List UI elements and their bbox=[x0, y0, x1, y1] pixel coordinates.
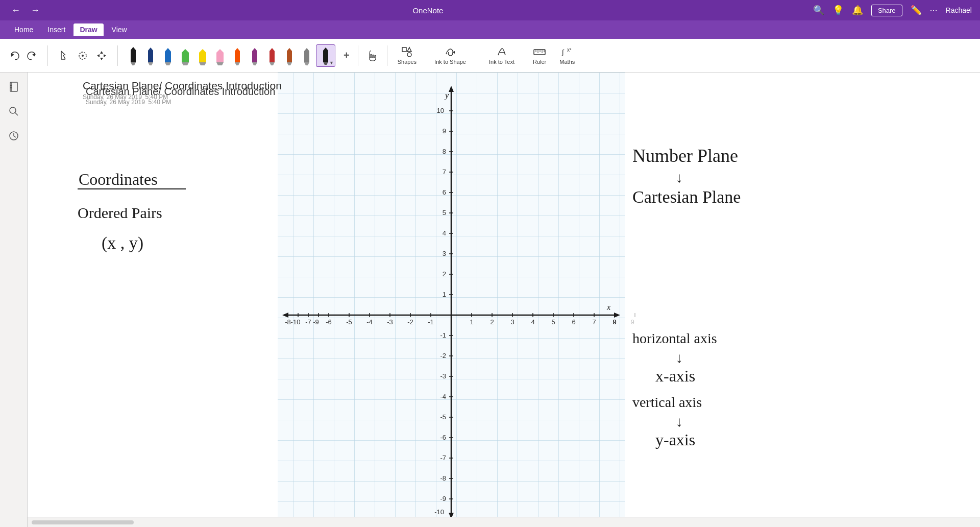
svg-text:7: 7 bbox=[443, 168, 446, 176]
svg-point-37 bbox=[407, 53, 411, 57]
pen-icon[interactable]: ✏️ bbox=[911, 5, 922, 16]
menu-home[interactable]: Home bbox=[8, 23, 39, 36]
svg-text:∫: ∫ bbox=[561, 48, 565, 56]
svg-text:9: 9 bbox=[612, 318, 616, 326]
titlebar: ← → OneNote 🔍 💡 🔔 Share ✏️ ··· Rachael bbox=[0, 0, 980, 20]
sidebar-history[interactable] bbox=[5, 127, 23, 145]
scrollbar-bottom[interactable] bbox=[28, 517, 980, 527]
pen-gray[interactable] bbox=[299, 44, 315, 67]
svg-marker-10 bbox=[97, 54, 100, 57]
pen-green[interactable] bbox=[177, 44, 193, 67]
ruler-button[interactable]: Ruler bbox=[528, 44, 551, 67]
svg-text:-7: -7 bbox=[305, 318, 311, 326]
svg-text:6: 6 bbox=[572, 318, 575, 326]
svg-text:-4: -4 bbox=[440, 393, 446, 400]
svg-text:9: 9 bbox=[443, 127, 446, 135]
svg-text:-2: -2 bbox=[440, 352, 446, 360]
pen-purple[interactable] bbox=[247, 44, 263, 67]
svg-text:-6: -6 bbox=[440, 434, 446, 441]
menubar: Home Insert Draw View bbox=[0, 20, 980, 39]
svg-text:1: 1 bbox=[443, 291, 446, 298]
svg-text:1: 1 bbox=[470, 318, 473, 326]
cartesian-plane-text: Cartesian Plane bbox=[632, 187, 741, 206]
search-icon[interactable]: 🔍 bbox=[813, 5, 824, 16]
svg-text:-8: -8 bbox=[440, 474, 446, 482]
note-canvas: Cartesian Plane/ Coordinates Introductio… bbox=[28, 73, 980, 527]
forward-button[interactable]: → bbox=[28, 4, 43, 17]
pen-blue-2[interactable] bbox=[160, 44, 176, 67]
pen-brown[interactable] bbox=[281, 44, 298, 67]
undo-redo-group bbox=[4, 49, 42, 63]
svg-text:8: 8 bbox=[443, 148, 446, 155]
maths-button[interactable]: ∫ x² Maths bbox=[554, 44, 580, 67]
pen-yellow[interactable] bbox=[194, 44, 211, 67]
svg-marker-32 bbox=[304, 48, 309, 62]
notifications-icon[interactable]: 🔔 bbox=[852, 5, 863, 16]
svg-text:3: 3 bbox=[510, 318, 514, 326]
touch-button[interactable] bbox=[363, 47, 382, 64]
svg-text:-7: -7 bbox=[440, 454, 446, 462]
move-button[interactable] bbox=[93, 48, 110, 63]
svg-line-3 bbox=[61, 51, 65, 55]
svg-text:-1: -1 bbox=[440, 331, 446, 339]
xy-text: (x , y) bbox=[102, 233, 143, 253]
svg-text:3: 3 bbox=[443, 250, 446, 257]
menu-draw[interactable]: Draw bbox=[74, 23, 103, 36]
svg-marker-13 bbox=[131, 62, 136, 65]
scrollbar-thumb[interactable] bbox=[32, 520, 134, 524]
svg-point-53 bbox=[10, 107, 16, 113]
undo-button[interactable] bbox=[6, 49, 22, 63]
menu-insert[interactable]: Insert bbox=[41, 23, 71, 36]
svg-text:4: 4 bbox=[531, 318, 534, 326]
arrow-down-2: ↓ bbox=[676, 350, 683, 366]
sidebar-search[interactable] bbox=[5, 102, 23, 121]
pen-black-selected[interactable]: ▼ bbox=[316, 44, 335, 67]
svg-marker-33 bbox=[304, 62, 309, 65]
ink-to-shape-button[interactable]: Ink to Shape bbox=[425, 44, 476, 67]
pen-dark-blue[interactable] bbox=[142, 44, 159, 67]
svg-rect-41 bbox=[534, 50, 545, 55]
shapes-button[interactable]: Shapes bbox=[393, 44, 422, 67]
sidebar-notebooks[interactable] bbox=[5, 78, 23, 96]
share-button[interactable]: Share bbox=[871, 5, 902, 16]
menu-view[interactable]: View bbox=[106, 23, 133, 36]
left-sidebar bbox=[0, 73, 28, 527]
ink-to-text-button[interactable]: Ink to Text bbox=[479, 44, 525, 67]
svg-marker-30 bbox=[287, 48, 292, 62]
svg-marker-9 bbox=[100, 58, 103, 60]
pen-orange[interactable] bbox=[229, 44, 246, 67]
svg-marker-12 bbox=[131, 47, 136, 62]
user-name: Rachael bbox=[946, 6, 972, 14]
svg-rect-52 bbox=[10, 87, 12, 88]
svg-marker-11 bbox=[104, 54, 106, 57]
svg-marker-23 bbox=[216, 62, 224, 65]
add-pen-button[interactable]: + bbox=[340, 47, 353, 63]
svg-text:-3: -3 bbox=[387, 318, 393, 326]
ordered-pairs-text: Ordered Pairs bbox=[78, 204, 162, 221]
svg-marker-25 bbox=[235, 62, 240, 65]
svg-rect-51 bbox=[10, 85, 12, 86]
svg-point-7 bbox=[82, 55, 84, 57]
nav-arrows: ← → bbox=[8, 4, 43, 17]
main-area: Cartesian Plane/ Coordinates Introductio… bbox=[0, 73, 980, 527]
back-button[interactable]: ← bbox=[8, 4, 23, 17]
lasso-button[interactable] bbox=[74, 48, 91, 63]
insights-icon[interactable]: 💡 bbox=[832, 5, 844, 16]
svg-text:x²: x² bbox=[567, 47, 572, 53]
page-header: Cartesian Plane/ Coordinates Introductio… bbox=[58, 79, 275, 106]
svg-text:-1: -1 bbox=[428, 318, 434, 326]
coordinates-text: Coordinates bbox=[79, 170, 158, 188]
more-icon[interactable]: ··· bbox=[930, 5, 938, 16]
select-button[interactable] bbox=[55, 48, 72, 63]
x-axis-text: x-axis bbox=[655, 367, 695, 385]
redo-button[interactable] bbox=[24, 49, 40, 63]
app-title: OneNote bbox=[412, 6, 443, 15]
pen-red[interactable] bbox=[264, 44, 280, 67]
svg-marker-8 bbox=[100, 51, 103, 54]
page-title: Cartesian Plane/ Coordinates Introductio… bbox=[86, 86, 275, 98]
pen-black[interactable] bbox=[125, 44, 141, 67]
pen-pink[interactable] bbox=[212, 44, 228, 67]
svg-marker-17 bbox=[165, 62, 171, 65]
svg-marker-34 bbox=[323, 47, 328, 62]
svg-text:9: 9 bbox=[630, 318, 634, 326]
